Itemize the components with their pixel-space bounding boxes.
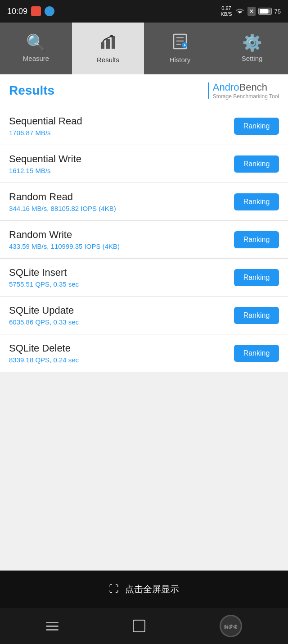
battery-icon	[258, 8, 272, 15]
benchmark-value-2: 344.16 MB/s, 88105.82 IOPS (4KB)	[9, 205, 234, 212]
speed-indicator: 0.97KB/S	[220, 5, 232, 17]
ranking-btn-4[interactable]: Ranking	[234, 269, 279, 286]
benchmark-info-6: SQLite Delete 8339.18 QPS, 0.24 sec	[9, 343, 234, 364]
svg-point-3	[110, 35, 113, 37]
tab-measure-label: Measure	[23, 55, 49, 62]
brand-logo: AndroBench Storage Benchmarking Tool	[208, 82, 279, 100]
fullscreen-icon: ⛶	[109, 583, 119, 594]
results-icon	[99, 33, 117, 52]
setting-icon: ⚙️	[242, 35, 262, 51]
ranking-btn-2[interactable]: Ranking	[234, 193, 279, 210]
benchmark-row: Random Read 344.16 MB/s, 88105.82 IOPS (…	[0, 183, 288, 221]
svg-rect-0	[101, 42, 104, 49]
benchmark-info-3: Random Write 433.59 MB/s, 110999.35 IOPS…	[9, 229, 234, 250]
benchmark-name-0: Sequential Read	[9, 115, 234, 127]
tab-setting[interactable]: ⚙️ Setting	[216, 23, 288, 74]
benchmark-value-1: 1612.15 MB/s	[9, 167, 234, 174]
promo-text: 点击全屏显示	[125, 584, 179, 594]
tab-bar: 🔍 Measure Results	[0, 23, 288, 74]
benchmark-info-2: Random Read 344.16 MB/s, 88105.82 IOPS (…	[9, 191, 234, 212]
status-time: 10:09	[7, 7, 27, 16]
status-bar: 10:09 0.97KB/S ✕ 75	[0, 0, 288, 23]
history-icon	[171, 33, 189, 52]
app-icon-red	[31, 6, 41, 16]
battery-level: 75	[274, 8, 281, 15]
benchmark-row: Sequential Read 1706.87 MB/s Ranking	[0, 107, 288, 145]
tab-measure[interactable]: 🔍 Measure	[0, 23, 72, 74]
ranking-btn-5[interactable]: Ranking	[234, 307, 279, 324]
benchmark-row: SQLite Insert 5755.51 QPS, 0.35 sec Rank…	[0, 259, 288, 297]
status-left: 10:09	[7, 6, 54, 16]
benchmark-value-6: 8339.18 QPS, 0.24 sec	[9, 356, 234, 364]
svg-rect-1	[106, 39, 110, 49]
empty-space	[0, 471, 288, 571]
benchmark-name-6: SQLite Delete	[9, 343, 234, 354]
ranking-btn-3[interactable]: Ranking	[234, 231, 279, 248]
benchmark-row: SQLite Delete 8339.18 QPS, 0.24 sec Rank…	[0, 334, 288, 372]
results-title: Results	[9, 83, 54, 98]
benchmark-name-2: Random Read	[9, 191, 234, 203]
benchmark-value-3: 433.59 MB/s, 110999.35 IOPS (4KB)	[9, 242, 234, 250]
hamburger-button[interactable]	[46, 622, 58, 630]
brand-name: AndroBench	[213, 82, 267, 93]
measure-icon: 🔍	[26, 35, 46, 51]
tab-results[interactable]: Results	[72, 23, 144, 74]
benchmark-name-3: Random Write	[9, 229, 234, 241]
ranking-btn-6[interactable]: Ranking	[234, 345, 279, 362]
benchmark-name-5: SQLite Update	[9, 305, 234, 316]
ranking-btn-1[interactable]: Ranking	[234, 155, 279, 173]
benchmark-row: Sequential Write 1612.15 MB/s Ranking	[0, 145, 288, 183]
app-icon-blue	[45, 6, 54, 16]
benchmark-row: SQLite Update 6035.86 QPS, 0.33 sec Rank…	[0, 297, 288, 334]
nav-avatar: 解梦佬	[220, 615, 242, 637]
tab-setting-label: Setting	[242, 55, 263, 62]
benchmark-info-4: SQLite Insert 5755.51 QPS, 0.35 sec	[9, 267, 234, 288]
status-icons: 0.97KB/S ✕ 75	[220, 5, 281, 17]
benchmark-list: Sequential Read 1706.87 MB/s Ranking Seq…	[0, 107, 288, 471]
home-button[interactable]	[133, 620, 145, 632]
signal-x-icon: ✕	[248, 7, 256, 16]
results-header: Results AndroBench Storage Benchmarking …	[0, 74, 288, 107]
benchmark-value-4: 5755.51 QPS, 0.35 sec	[9, 280, 234, 288]
benchmark-value-0: 1706.87 MB/s	[9, 129, 234, 137]
benchmark-value-5: 6035.86 QPS, 0.33 sec	[9, 318, 234, 326]
ranking-btn-0[interactable]: Ranking	[234, 118, 279, 135]
bottom-promo[interactable]: ⛶ 点击全屏显示	[0, 571, 288, 608]
benchmark-name-4: SQLite Insert	[9, 267, 234, 279]
benchmark-info-0: Sequential Read 1706.87 MB/s	[9, 115, 234, 137]
nav-bar: 解梦佬	[0, 608, 288, 644]
benchmark-info-1: Sequential Write 1612.15 MB/s	[9, 153, 234, 174]
brand-separator	[208, 82, 209, 99]
svg-text:解梦佬: 解梦佬	[224, 624, 238, 629]
benchmark-row: Random Write 433.59 MB/s, 110999.35 IOPS…	[0, 221, 288, 259]
wifi-icon	[235, 7, 245, 15]
svg-rect-2	[112, 36, 115, 49]
tab-results-label: Results	[97, 56, 119, 64]
brand-sub: Storage Benchmarking Tool	[213, 93, 279, 100]
benchmark-info-5: SQLite Update 6035.86 QPS, 0.33 sec	[9, 305, 234, 326]
benchmark-name-1: Sequential Write	[9, 153, 234, 165]
tab-history-label: History	[170, 56, 191, 64]
tab-history[interactable]: History	[144, 23, 216, 74]
brand-info: AndroBench Storage Benchmarking Tool	[213, 82, 279, 100]
